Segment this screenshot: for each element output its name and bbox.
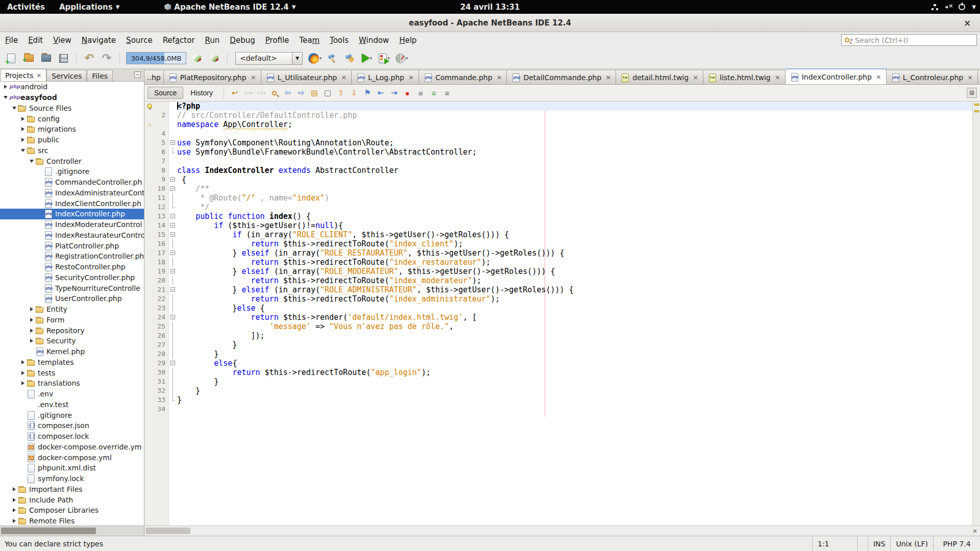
active-app-menu[interactable]: Apache NetBeans IDE 12.4▼ bbox=[157, 0, 303, 14]
expand-arrow-icon[interactable] bbox=[28, 160, 35, 163]
fold-margin[interactable] bbox=[169, 258, 177, 267]
tree-item[interactable]: TypeNourritureControlle bbox=[0, 283, 144, 293]
close-icon[interactable]: × bbox=[408, 73, 414, 81]
code-view[interactable]: <?php2// src/Controller/DefaultControlle… bbox=[144, 102, 980, 525]
menu-view[interactable]: View bbox=[48, 34, 77, 47]
fold-margin[interactable] bbox=[169, 304, 177, 313]
fold-margin[interactable] bbox=[169, 368, 177, 377]
tree-item[interactable]: docker-compose.override.ym bbox=[0, 442, 144, 453]
tree-item[interactable]: phpunit.xml.dist bbox=[0, 463, 144, 473]
run-project-button[interactable]: ▾ bbox=[359, 50, 375, 66]
jump-back-button[interactable]: ⇦▾ bbox=[242, 87, 254, 99]
collapse-fold-icon[interactable]: − bbox=[170, 232, 175, 237]
menu-navigate[interactable]: Navigate bbox=[77, 34, 121, 47]
editor-tab[interactable]: L_Log.php× bbox=[352, 70, 419, 84]
code-line[interactable]: 27 } bbox=[144, 340, 980, 349]
tree-item[interactable]: Entity bbox=[0, 304, 144, 315]
tree-item[interactable]: IndexRestaurateurContro bbox=[0, 230, 144, 241]
close-icon[interactable]: × bbox=[341, 73, 347, 81]
fold-margin[interactable] bbox=[169, 395, 177, 405]
tree-item[interactable]: .env.test bbox=[0, 399, 144, 410]
tree-item[interactable]: .gitignore bbox=[0, 410, 144, 420]
panel-tab-projects[interactable]: Projects× bbox=[0, 69, 46, 81]
shift-line-right-button[interactable]: ⇥ bbox=[388, 87, 400, 99]
fold-margin[interactable]: − bbox=[169, 285, 177, 294]
collapse-fold-icon[interactable]: − bbox=[170, 251, 175, 255]
code-line[interactable]: 19− } elseif (in_array("ROLE_MODERATEUR"… bbox=[144, 267, 980, 276]
tree-item[interactable]: Source Files bbox=[0, 103, 144, 114]
scrollbar-thumb[interactable] bbox=[1, 528, 96, 534]
fold-margin[interactable]: − bbox=[169, 175, 177, 184]
tree-item[interactable]: IndexAdministrateurCont bbox=[0, 188, 144, 198]
expand-arrow-icon[interactable] bbox=[19, 117, 27, 121]
fold-margin[interactable]: − bbox=[169, 221, 177, 230]
editor-tab[interactable]: L_Table... bbox=[978, 70, 980, 84]
code-line[interactable]: 26 ]); bbox=[144, 331, 980, 340]
code-line[interactable]: 31 } bbox=[144, 377, 980, 386]
collapse-fold-icon[interactable]: − bbox=[170, 361, 175, 365]
menu-window[interactable]: Window bbox=[354, 34, 394, 47]
undo-button[interactable]: ↶ bbox=[81, 50, 97, 66]
fold-margin[interactable] bbox=[169, 377, 177, 386]
collapse-fold-icon[interactable]: − bbox=[170, 177, 175, 182]
code-line[interactable]: 24− return $this->render('default/index.… bbox=[144, 313, 980, 322]
fold-margin[interactable] bbox=[169, 322, 177, 331]
code-line[interactable]: 30 return $this->redirectToRoute("app_lo… bbox=[144, 368, 980, 377]
build-project-button[interactable] bbox=[324, 50, 340, 66]
close-icon[interactable]: × bbox=[967, 73, 973, 81]
menu-refactor[interactable]: Refactor bbox=[158, 34, 200, 47]
tree-item[interactable]: symfony.lock bbox=[0, 473, 144, 484]
jump-forward-button[interactable]: ⇨▾ bbox=[255, 87, 267, 99]
code-line[interactable]: 14− if ($this->getUser()!=null){ bbox=[144, 221, 980, 230]
system-tray[interactable]: ▼ bbox=[932, 0, 976, 14]
fold-margin[interactable]: − bbox=[169, 184, 177, 193]
panel-tab-files[interactable]: Files bbox=[87, 70, 113, 81]
fold-margin[interactable] bbox=[169, 331, 177, 340]
line-ending-cell[interactable]: Unix (LF) bbox=[890, 536, 933, 551]
tree-item[interactable]: Repository bbox=[0, 325, 144, 336]
tree-item[interactable]: SecurityController.php bbox=[0, 272, 144, 283]
checkout-button[interactable] bbox=[189, 50, 205, 66]
editor-horizontal-scrollbar[interactable]: × bbox=[144, 525, 980, 536]
projects-horizontal-scrollbar[interactable] bbox=[0, 525, 144, 536]
tree-item[interactable]: config bbox=[0, 113, 144, 124]
expand-arrow-icon[interactable] bbox=[2, 96, 9, 99]
find-selection-button[interactable] bbox=[268, 87, 281, 99]
code-line[interactable]: 22 return $this->redirectToRoute("index_… bbox=[144, 294, 980, 304]
code-line[interactable]: 4 bbox=[144, 129, 980, 138]
clean-build-project-button[interactable] bbox=[341, 50, 358, 66]
code-line[interactable]: 15− if (in_array("ROLE_CLIENT", $this->g… bbox=[144, 230, 980, 239]
menu-run[interactable]: Run bbox=[200, 34, 225, 47]
applications-menu[interactable]: Applications▼ bbox=[52, 0, 127, 14]
editor-tab[interactable]: detail.html.twig× bbox=[616, 70, 703, 84]
code-line[interactable]: 29− else{ bbox=[144, 359, 980, 368]
tree-item[interactable]: IndexModerateurControl bbox=[0, 219, 144, 230]
fold-margin[interactable]: − bbox=[169, 248, 177, 258]
expand-arrow-icon[interactable] bbox=[11, 498, 18, 502]
tree-item[interactable]: docker-compose.yml bbox=[0, 452, 144, 463]
menu-file[interactable]: File bbox=[0, 34, 23, 47]
code-line[interactable]: 13− public function index() { bbox=[144, 212, 980, 221]
expand-arrow-icon[interactable] bbox=[11, 519, 18, 523]
tree-item[interactable]: src bbox=[0, 145, 144, 156]
code-line[interactable]: 21− } elseif (in_array("ROLE_ADMINISTRAT… bbox=[144, 285, 980, 294]
fold-margin[interactable] bbox=[169, 276, 177, 285]
tree-item[interactable]: public bbox=[0, 135, 144, 145]
collapse-fold-icon[interactable]: − bbox=[170, 315, 175, 319]
collapse-fold-icon[interactable]: − bbox=[170, 287, 175, 292]
error-stripe[interactable] bbox=[972, 102, 980, 525]
tree-item[interactable]: Security bbox=[0, 336, 144, 346]
close-icon[interactable]: × bbox=[497, 73, 502, 81]
stop-macro-recording-button[interactable]: ■ bbox=[414, 87, 427, 99]
editor-tab[interactable]: L_Controleur.php× bbox=[887, 70, 978, 84]
browser-button[interactable]: ▾ bbox=[307, 50, 323, 66]
history-view-button[interactable]: History bbox=[184, 87, 219, 99]
new-file-button[interactable] bbox=[3, 50, 19, 66]
tree-item[interactable]: easyfood bbox=[0, 92, 144, 103]
close-icon[interactable]: × bbox=[775, 73, 780, 81]
code-line[interactable]: 23 }else { bbox=[144, 304, 980, 313]
code-line[interactable]: 16 return $this->redirectToRoute("index_… bbox=[144, 239, 980, 248]
find-next-button[interactable]: ⇨ bbox=[295, 87, 307, 99]
fold-margin[interactable]: − bbox=[169, 313, 177, 322]
tree-item[interactable]: .gitignore bbox=[0, 166, 144, 177]
